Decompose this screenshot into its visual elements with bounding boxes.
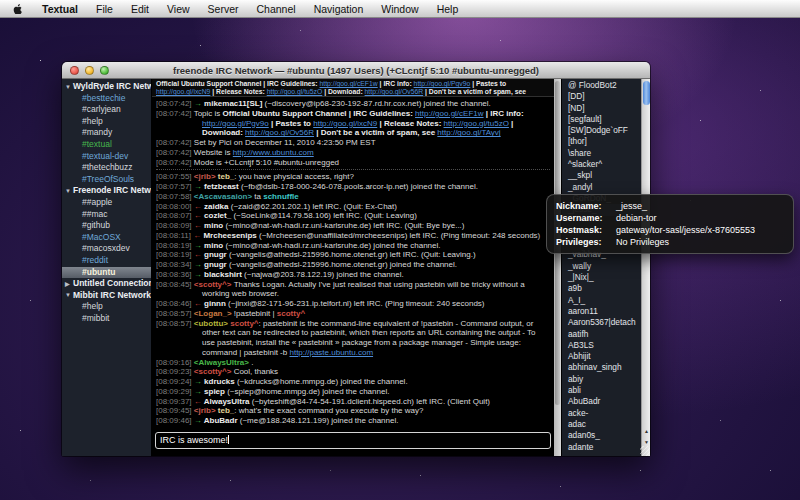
menu-textual[interactable]: Textual [33, 3, 87, 15]
disclosure-triangle-icon[interactable]: ▶ [65, 279, 73, 290]
user-list-item[interactable]: adan0s_ [562, 430, 641, 441]
text-segment: <ubottu> [194, 319, 230, 328]
user-list: @ FloodBot2[DD][ND][segfault][SW]Dodge`o… [562, 79, 641, 456]
timestamp: [08:07:42] [156, 148, 194, 157]
timestamp: [08:07:57] [156, 182, 194, 191]
user-list-item[interactable]: abhinav_singh [562, 362, 641, 373]
user-list-item[interactable]: a9b [562, 283, 641, 294]
hyperlink[interactable]: http://goo.gl/cEF1w [415, 109, 483, 118]
desktop: TextualFileEditViewServerChannelNavigati… [0, 0, 800, 500]
text-segment: | Don't be a victim of spam, see [423, 88, 526, 95]
hyperlink[interactable]: http://goo.gl/Pgv9o [202, 119, 269, 128]
sidebar-group-wyldryde-irc-network[interactable]: ▼WyldRyde IRC Network [62, 81, 151, 93]
user-list-item[interactable]: [DD] [562, 91, 641, 102]
hyperlink[interactable]: http://goo.gl/TAyvj [437, 128, 500, 137]
hyperlink[interactable]: http://goo.gl/ixcN9 [156, 88, 210, 95]
chat-message: [08:08:45] <scotty^> Thanks Logan. Actua… [156, 280, 550, 300]
user-list-item[interactable]: Abhijit [562, 351, 641, 362]
hyperlink[interactable]: http://goo.gl/Ov56R [365, 88, 424, 95]
hyperlink[interactable]: http://goo.gl/ixcN9 [313, 119, 377, 128]
user-list-item[interactable]: [SW]Dodge`oFF [562, 125, 641, 136]
userlist-scrollbar-thumb[interactable] [643, 81, 650, 105]
message-input[interactable]: IRC is awesome! [155, 432, 551, 449]
sidebar-item-github[interactable]: #github [62, 220, 151, 232]
sidebar-item-textual-dev[interactable]: #textual-dev [62, 151, 151, 163]
text-segment: blackshirt [204, 270, 244, 279]
user-list-item[interactable]: [ND] [562, 103, 641, 114]
window-titlebar[interactable]: freenode IRC Network — #ubuntu (1497 Use… [62, 62, 650, 79]
user-list-item[interactable]: _wally [562, 261, 641, 272]
user-list-item[interactable]: abli [562, 385, 641, 396]
sidebar-item-carlyjean[interactable]: #carlyjean [62, 104, 151, 116]
user-list-item[interactable]: A_I_ [562, 295, 641, 306]
sidebar-item-help[interactable]: #help [62, 116, 151, 128]
user-list-item[interactable]: __skpl [562, 170, 641, 181]
timestamp: [08:07:58] [156, 192, 194, 201]
sidebar-item-besttechie[interactable]: #besttechie [62, 93, 151, 105]
userlist-scrollbar[interactable]: ▲ ▼ [641, 79, 650, 456]
sidebar-item-textual[interactable]: #textual [62, 139, 151, 151]
timestamp: [08:07:42] [156, 158, 194, 167]
user-list-item[interactable]: Aaron5367|detach [562, 317, 641, 328]
user-list-item[interactable]: ^slacker^ [562, 159, 641, 170]
menu-channel[interactable]: Channel [248, 3, 305, 15]
menu-file[interactable]: File [87, 3, 122, 15]
menu-server[interactable]: Server [199, 3, 248, 15]
user-list-item[interactable]: adac [562, 419, 641, 430]
sidebar-item-macosx[interactable]: #MacOSX [62, 232, 151, 244]
user-list-item[interactable]: _andyl [562, 182, 641, 193]
text-segment: <jrib> [194, 406, 218, 415]
sidebar-item-mac[interactable]: ##mac [62, 209, 151, 221]
user-list-item[interactable]: adante [562, 442, 641, 453]
hyperlink[interactable]: http://www.ubuntu.com [233, 148, 314, 157]
sidebar-item-apple[interactable]: ##apple [62, 197, 151, 209]
sidebar-item-help[interactable]: #help [62, 301, 151, 313]
user-list-item[interactable]: acke- [562, 408, 641, 419]
text-segment: Topic is [194, 109, 223, 118]
sidebar-item-mandy[interactable]: #mandy [62, 127, 151, 139]
text-segment: ← [194, 397, 204, 406]
sidebar-group-untitled-connection[interactable]: ▶Untitled Connection [62, 278, 151, 290]
resize-grip[interactable] [640, 446, 650, 456]
user-list-item[interactable]: \share [562, 148, 641, 159]
sidebar-item-treeofsouls[interactable]: #TreeOfSouls [62, 174, 151, 186]
disclosure-triangle-icon[interactable]: ▼ [65, 186, 73, 197]
user-list-item[interactable]: abiy [562, 374, 641, 385]
scroll-up-button[interactable]: ▲ [642, 426, 650, 436]
apple-icon[interactable] [12, 3, 23, 14]
user-list-item[interactable]: aaron11 [562, 306, 641, 317]
text-segment: : you have physical access, right? [234, 172, 354, 181]
menu-window[interactable]: Window [372, 3, 427, 15]
text-segment: → [194, 99, 204, 108]
hyperlink[interactable]: http://goo.gl/cEF1w [320, 80, 378, 87]
hyperlink[interactable]: http://goo.gl/Pgv9o [414, 80, 471, 87]
sidebar-group-freenode-irc-network[interactable]: ▼Freenode IRC Network [62, 185, 151, 197]
user-list-item[interactable]: _|Nix|_ [562, 272, 641, 283]
user-list-item[interactable]: aatifh [562, 329, 641, 340]
user-list-item[interactable]: @ FloodBot2 [562, 80, 641, 91]
user-list-item[interactable]: AbuBadr [562, 396, 641, 407]
sidebar-item-mibbit[interactable]: #mibbit [62, 313, 151, 325]
hyperlink[interactable]: http://goo.gl/tu5zO [444, 119, 509, 128]
hyperlink[interactable]: http://goo.gl/Ov56R [245, 128, 314, 137]
user-list-item[interactable]: [segfault] [562, 114, 641, 125]
hyperlink[interactable]: http://goo.gl/tu5zO [267, 88, 323, 95]
chat-scrollbar[interactable] [554, 79, 561, 456]
sidebar-item-reddit[interactable]: #reddit [62, 255, 151, 267]
menu-navigation[interactable]: Navigation [305, 3, 373, 15]
disclosure-triangle-icon[interactable]: ▼ [65, 290, 73, 301]
disclosure-triangle-icon[interactable]: ▼ [65, 82, 73, 93]
hyperlink[interactable]: http://paste.ubuntu.com [289, 348, 373, 357]
user-list-item[interactable]: [thor] [562, 136, 641, 147]
menu-view[interactable]: View [158, 3, 199, 15]
sidebar-item-macosxdev[interactable]: #macosxdev [62, 243, 151, 255]
user-list-item[interactable]: AB3LS [562, 340, 641, 351]
server-channel-sidebar: ▼WyldRyde IRC Network#besttechie#carlyje… [62, 79, 152, 456]
menu-edit[interactable]: Edit [122, 3, 158, 15]
sidebar-item-thetechbuzz[interactable]: #thetechbuzz [62, 162, 151, 174]
sidebar-group-mibbit-irc-network[interactable]: ▼Mibbit IRC Network [62, 290, 151, 302]
sidebar-item-ubuntu[interactable]: #ubuntu [62, 267, 151, 279]
chat-message: [08:07:42] Mode is +CLcntjf 5:10 #ubuntu… [156, 158, 550, 168]
menu-help[interactable]: Help [428, 3, 468, 15]
text-segment: <jrib> [194, 172, 218, 181]
